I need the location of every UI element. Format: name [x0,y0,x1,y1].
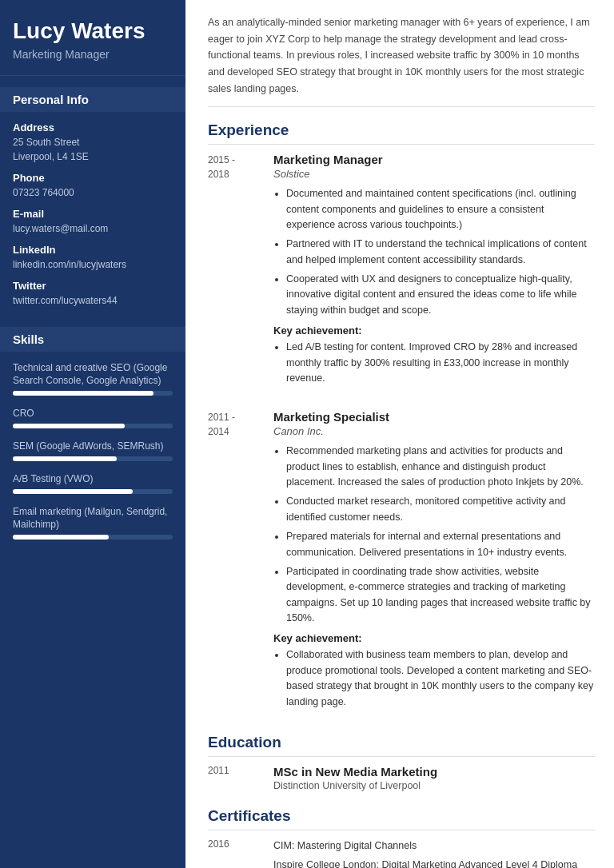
skill-item: CRO [13,407,173,428]
exp-dates: 2011 -2014 [208,410,265,716]
skill-bar-bg [13,535,173,540]
skill-name: CRO [13,407,173,420]
exp-bullet: Cooperated with UX and designers to conc… [286,272,595,318]
twitter-value: twitter.com/lucywaters44 [13,293,173,308]
skill-bar-bg [13,391,173,396]
candidate-name: Lucy Waters [13,18,173,45]
skill-item: Email marketing (Mailgun, Sendgrid, Mail… [13,505,173,540]
skill-name: Technical and creative SEO (Google Searc… [13,361,173,388]
exp-bullet: Recommended marketing plans and activiti… [286,444,595,490]
skill-name: A/B Testing (VWO) [13,472,173,486]
skills-section: Skills Technical and creative SEO (Googl… [0,316,185,559]
experience-list: 2015 -2018 Marketing Manager Solstice Do… [208,153,595,716]
key-achievement-label: Key achievement: [273,325,595,336]
phone-value: 07323 764000 [13,185,173,200]
address-line1: 25 South Street [13,135,173,149]
key-achievement-bullets: Led A/B testing for content. Improved CR… [273,340,595,386]
cert-name: Inspire College London: Digital Marketin… [273,858,595,868]
exp-content: Marketing Specialist Canon Inc. Recommen… [273,410,595,716]
sidebar: Lucy Waters Marketing Manager Personal I… [0,0,185,868]
education-title: Education [208,734,595,757]
skill-bar-fill [13,391,154,396]
personal-info-section: Personal Info Address 25 South Street Li… [0,76,185,316]
exp-role: Marketing Manager [273,153,595,166]
main-content: As an analytically-minded senior marketi… [185,0,614,868]
edu-school: Distinction University of Liverpool [273,780,595,791]
cert-year: 2016 [208,838,265,868]
exp-dates: 2015 -2018 [208,153,265,392]
experience-entry: 2011 -2014 Marketing Specialist Canon In… [208,410,595,716]
exp-company: Solstice [273,168,595,180]
linkedin-value: linkedin.com/in/lucyjwaters [13,257,173,272]
skill-bar-fill [13,489,133,494]
key-achievement-bullet: Led A/B testing for content. Improved CR… [286,340,595,386]
experience-title: Experience [208,121,595,145]
skill-item: SEM (Google AdWords, SEMRush) [13,440,173,461]
exp-bullet: Conducted market research, monitored com… [286,494,595,525]
skill-bar-fill [13,456,117,461]
edu-content: MSc in New Media Marketing Distinction U… [273,765,595,791]
cert-content: CIM: Mastering Digital ChannelsInspire C… [273,838,595,868]
certificates-section: Certificates 2016 CIM: Mastering Digital… [208,807,595,868]
exp-bullets: Recommended marketing plans and activiti… [273,444,595,626]
exp-content: Marketing Manager Solstice Documented an… [273,153,595,392]
exp-bullets: Documented and maintained content specif… [273,186,595,318]
skill-item: Technical and creative SEO (Google Searc… [13,361,173,396]
experience-entry: 2015 -2018 Marketing Manager Solstice Do… [208,153,595,392]
sidebar-header: Lucy Waters Marketing Manager [0,0,185,76]
certificates-list: 2016 CIM: Mastering Digital ChannelsInsp… [208,838,595,868]
skill-name: SEM (Google AdWords, SEMRush) [13,440,173,453]
candidate-title: Marketing Manager [13,48,173,61]
cert-name: CIM: Mastering Digital Channels [273,838,595,854]
personal-info-title: Personal Info [0,87,185,112]
exp-bullet: Partnered with IT to understand the tech… [286,237,595,268]
twitter-label: Twitter [13,280,173,292]
edu-degree: MSc in New Media Marketing [273,765,595,778]
skill-name: Email marketing (Mailgun, Sendgrid, Mail… [13,505,173,532]
exp-bullet: Participated in coordinating trade show … [286,564,595,627]
exp-role: Marketing Specialist [273,410,595,424]
exp-company: Canon Inc. [273,425,595,437]
linkedin-label: LinkedIn [13,244,173,256]
skill-bar-fill [13,424,125,428]
key-achievement-label: Key achievement: [273,632,595,644]
skills-title: Skills [0,327,185,352]
address-line2: Liverpool, L4 1SE [13,149,173,164]
key-achievement-bullet: Collaborated with business team members … [286,647,595,710]
skill-bar-bg [13,489,173,494]
edu-year: 2011 [208,765,265,791]
education-entry: 2011 MSc in New Media Marketing Distinct… [208,765,595,791]
education-section: Education 2011 MSc in New Media Marketin… [208,734,595,791]
certificate-entry: 2016 CIM: Mastering Digital ChannelsInsp… [208,838,595,868]
education-list: 2011 MSc in New Media Marketing Distinct… [208,765,595,791]
summary-text: As an analytically-minded senior marketi… [208,14,595,107]
skill-item: A/B Testing (VWO) [13,472,173,494]
phone-label: Phone [13,172,173,184]
email-label: E-mail [13,208,173,220]
experience-section: Experience 2015 -2018 Marketing Manager … [208,121,595,716]
skill-bar-bg [13,424,173,428]
certificates-title: Certificates [208,807,595,830]
key-achievement-bullets: Collaborated with business team members … [273,647,595,710]
exp-bullet: Documented and maintained content specif… [286,186,595,233]
skill-bar-bg [13,456,173,461]
exp-bullet: Prepared materials for internal and exte… [286,529,595,560]
email-value: lucy.waters@mail.com [13,221,173,236]
skills-list: Technical and creative SEO (Google Searc… [13,361,173,540]
address-label: Address [13,121,173,133]
skill-bar-fill [13,535,109,540]
